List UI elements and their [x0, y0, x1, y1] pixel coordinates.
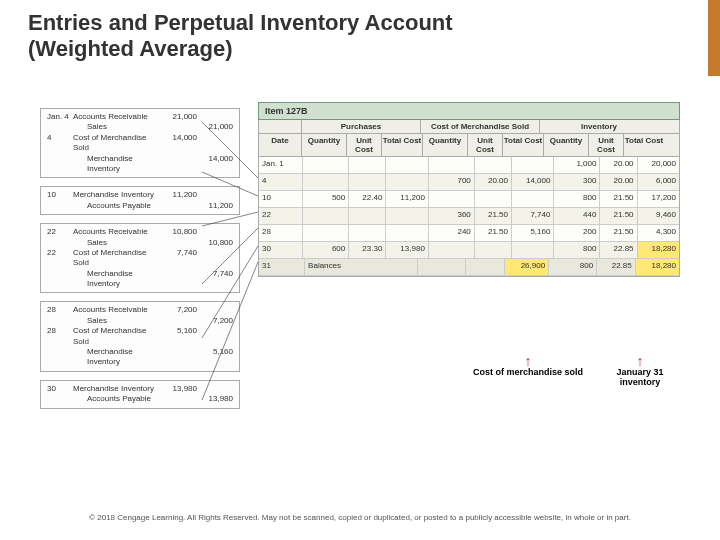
ledger-row: 31Balances26,90080022.8518,280 — [259, 259, 679, 276]
journal-line: 28Accounts Receivable7,200 — [45, 305, 235, 315]
annotation-cms: ↑ Cost of merchandise sold — [458, 356, 598, 387]
journal-line: Jan. 4Accounts Receivable21,000 — [45, 112, 235, 122]
col-qty: Quantity — [423, 134, 468, 156]
journal-line: 28Cost of Merchandise Sold5,160 — [45, 326, 235, 347]
col-qty: Quantity — [302, 134, 347, 156]
col-cms: Cost of Merchandise Sold — [421, 120, 540, 133]
ledger-row: 3060023.3013,98080022.8518,280 — [259, 242, 679, 259]
journal-entry: 28Accounts Receivable7,200Sales7,20028Co… — [40, 301, 240, 371]
journal-line: Accounts Payable13,980 — [45, 394, 235, 404]
journal-entry: Jan. 4Accounts Receivable21,000Sales21,0… — [40, 108, 240, 178]
ledger-row: 1050022.4011,20080021.5017,200 — [259, 191, 679, 208]
col-inventory: Inventory — [540, 120, 658, 133]
col-tc: Total Cost — [382, 134, 423, 156]
col-tc: Total Cost — [624, 134, 664, 156]
arrow-up-icon: ↑ — [600, 356, 680, 367]
title-line1: Entries and Perpetual Inventory Account — [28, 10, 453, 35]
ledger-header: Purchases Cost of Merchandise Sold Inven… — [258, 120, 680, 157]
item-label: Item 127B — [265, 106, 308, 116]
journal-line: 30Merchandise Inventory13,980 — [45, 384, 235, 394]
item-header: Item 127B — [258, 102, 680, 120]
inventory-ledger: Item 127B Purchases Cost of Merchandise … — [258, 102, 680, 277]
annotations: ↑ Cost of merchandise sold ↑ January 31 … — [258, 356, 680, 387]
journal-line: Merchandise Inventory7,740 — [45, 269, 235, 290]
ledger-row: 2236021.507,74044021.509,460 — [259, 208, 679, 225]
journal-line: Sales7,200 — [45, 316, 235, 326]
col-qty: Quantity — [544, 134, 589, 156]
annotation-inv-label: January 31 inventory — [600, 367, 680, 387]
col-tc: Total Cost — [503, 134, 544, 156]
title-line2: (Weighted Average) — [28, 36, 233, 61]
annotation-cms-label: Cost of merchandise sold — [458, 367, 598, 377]
ledger-row: 470020.0014,00030020.006,000 — [259, 174, 679, 191]
journal-line: Accounts Payable11,200 — [45, 201, 235, 211]
journal-entries: Jan. 4Accounts Receivable21,000Sales21,0… — [40, 108, 240, 417]
col-purchases: Purchases — [302, 120, 421, 133]
journal-line: Sales21,000 — [45, 122, 235, 132]
journal-entry: 22Accounts Receivable10,800Sales10,80022… — [40, 223, 240, 293]
journal-line: 22Accounts Receivable10,800 — [45, 227, 235, 237]
annotation-inventory: ↑ January 31 inventory — [600, 356, 680, 387]
ledger-body: Jan. 11,00020.0020,000470020.0014,000300… — [258, 157, 680, 277]
journal-entry: 30Merchandise Inventory13,980Accounts Pa… — [40, 380, 240, 409]
col-uc: Unit Cost — [468, 134, 503, 156]
journal-line: 10Merchandise Inventory11,200 — [45, 190, 235, 200]
col-date: Date — [259, 134, 302, 156]
journal-line: Sales10,800 — [45, 238, 235, 248]
journal-line: Merchandise Inventory14,000 — [45, 154, 235, 175]
journal-line: Merchandise Inventory5,160 — [45, 347, 235, 368]
journal-line: 22Cost of Merchandise Sold7,740 — [45, 248, 235, 269]
page-title: Entries and Perpetual Inventory Account … — [28, 10, 690, 62]
arrow-up-icon: ↑ — [458, 356, 598, 367]
ledger-row: 2824021.505,16020021.504,300 — [259, 225, 679, 242]
title-band: Entries and Perpetual Inventory Account … — [0, 0, 720, 76]
journal-line: 4Cost of Merchandise Sold14,000 — [45, 133, 235, 154]
col-uc: Unit Cost — [589, 134, 624, 156]
ledger-row: Jan. 11,00020.0020,000 — [259, 157, 679, 174]
journal-entry: 10Merchandise Inventory11,200Accounts Pa… — [40, 186, 240, 215]
col-uc: Unit Cost — [347, 134, 382, 156]
copyright: © 2018 Cengage Learning. All Rights Rese… — [0, 513, 720, 522]
